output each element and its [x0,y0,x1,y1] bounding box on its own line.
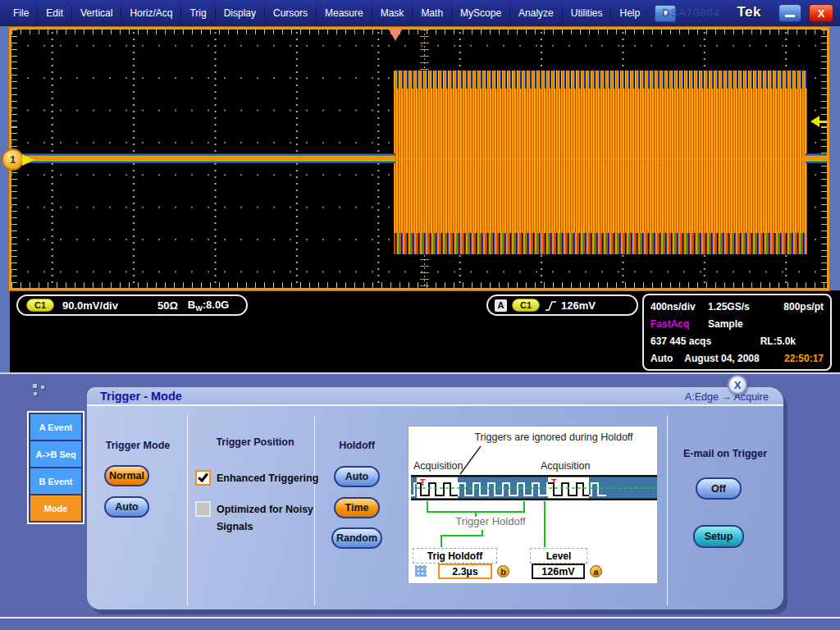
graticule [9,27,829,290]
tek-logo: Tek [737,4,761,21]
menu-item-help[interactable]: Help [611,6,648,21]
trigger-level-arrow-tail [819,121,828,123]
menu-item-edit[interactable]: Edit [38,6,72,21]
acquisition-label-left: Acquisition [413,460,463,472]
bw-sub: W [195,304,203,313]
trig-holdoff-field-label: Trig Holdoff [413,548,497,564]
svg-text:T: T [551,477,557,487]
tab-mode[interactable]: Mode [30,495,81,521]
minimize-icon [785,15,795,17]
channel1-marker-badge: 1 [2,148,24,171]
divider-3 [667,415,668,605]
enhanced-triggering-label: Enhanced Triggering [217,472,318,484]
close-icon: X [818,7,825,20]
trigger-mode-label: Trigger Mode [97,440,179,451]
resolution-value: 800ps/pt [783,301,824,313]
acq-count-row: 637 445 acqs RL:5.0k [651,336,824,347]
trigger-channel-badge[interactable]: C1 [512,299,540,312]
dialog-header: Trigger - Mode A:Edge → Acquire [87,387,783,406]
channel1-impedance: 50Ω [158,299,178,312]
trigger-position-marker[interactable] [389,30,402,41]
trigger-tab-sidebar: A Event A->B Seq B Event Mode [27,411,84,524]
close-button[interactable]: X [809,4,833,22]
email-on-trigger-label: E-mail on Trigger [673,448,778,459]
menu-item-trig[interactable]: Trig [181,6,215,21]
holdoff-waveform-strip: T T [411,475,657,500]
enhanced-triggering-checkbox[interactable] [195,470,211,486]
graticule-grid-area [11,30,827,288]
record-length: RL:5.0k [760,336,796,347]
sample-mode: Sample [708,318,743,330]
holdoff-diagram: Triggers are ignored during Holdoff Acqu… [408,426,658,584]
trigger-mode-status: Auto [651,353,673,364]
menu-item-cursors[interactable]: Cursors [265,6,317,21]
dialog-context-path: A:Edge → Acquire [685,391,769,403]
badge-b: b [497,565,509,578]
dialog-title: Trigger - Mode [100,390,182,403]
channel1-scale: 90.0mV/div [62,299,118,312]
trigger-position-label: Trigger Position [202,436,308,448]
acquisition-label-right: Acquisition [541,460,590,472]
channel1-badge[interactable]: C1 [26,299,54,312]
trigger-readout[interactable]: A C1 126mV [486,294,638,316]
menu-item-vertical[interactable]: Vertical [72,6,121,21]
tab-b-event[interactable]: B Event [30,468,81,494]
level-field-label: Level [530,548,587,564]
top-tick-ruler [11,30,827,34]
email-off-button[interactable]: Off [696,477,742,500]
dialog-close-icon: X [734,379,742,391]
menu-item-file[interactable]: File [5,6,38,21]
trig-holdoff-input[interactable]: 2.3µs [438,564,492,579]
ch1-burst-waveform [394,71,807,254]
panel-bottom-divider [0,617,840,619]
dialog-close-button[interactable]: X [728,375,747,395]
channel1-readout[interactable]: C1 90.0mV/div 50Ω BW:8.0G [16,294,248,316]
menu-item-math[interactable]: Math [413,6,452,21]
trigger-source-badge: A [495,299,507,312]
time-label: 22:50:17 [784,353,824,364]
trigger-mode-auto-button[interactable]: Auto [104,496,149,518]
channel1-marker-arrow-icon [22,154,34,166]
rising-edge-icon [544,299,558,312]
bottom-tick-ruler [11,282,827,288]
trigger-mode-normal-button[interactable]: Normal [104,465,149,486]
optimized-noisy-checkbox[interactable] [195,501,211,517]
holdoff-random-button[interactable]: Random [331,527,382,549]
menu-item-horiz-acq[interactable]: Horiz/Acq [121,6,181,21]
optimized-noisy-label-line1: Optimized for Noisy [217,504,313,515]
fastacq-status: FastAcq [651,318,708,330]
menu-item-myscope[interactable]: MyScope [452,6,510,21]
timebase-value: 400ns/div [651,301,708,313]
badge-a: a [590,565,602,578]
menu-item-display[interactable]: Display [216,6,265,21]
minimize-button[interactable] [778,4,801,22]
timebase-row: 400ns/div 1.25GS/s 800ps/pt [651,301,824,313]
center-horizontal-line [11,158,827,159]
display-right-margin [830,26,840,290]
keypad-icon[interactable] [415,565,427,577]
optimized-noisy-label-line2: Signals [217,521,253,532]
menu-item-mask[interactable]: Mask [372,6,413,21]
tab-a-to-b-seq[interactable]: A->B Seq [30,441,81,467]
level-input[interactable]: 126mV [532,564,585,579]
email-setup-button[interactable]: Setup [693,525,744,548]
menu-item-measure[interactable]: Measure [317,6,372,21]
menu-item-analyze[interactable]: Analyze [510,6,563,21]
acq-count: 637 445 acqs [651,336,711,347]
holdoff-auto-button[interactable]: Auto [334,466,380,487]
menu-bar: File Edit Vertical Horiz/Acq Trig Displa… [0,0,840,26]
tab-a-event[interactable]: A Event [30,414,81,440]
divider-2 [314,415,315,605]
sample-rate-value: 1.25GS/s [708,301,750,313]
channel1-position-marker[interactable]: 1 [2,148,34,171]
bw-prefix: B [188,299,195,311]
trigger-mode-dialog: Trigger - Mode A:Edge → Acquire Trigger … [87,387,783,609]
trigger-holdoff-bracket-label: Trigger Holdoff [441,515,540,527]
acq-mode-row: FastAcq Sample [651,318,824,330]
trigger-level-marker[interactable] [810,116,828,127]
menu-item-utilities[interactable]: Utilities [563,6,612,21]
holdoff-time-button[interactable]: Time [334,497,380,518]
date-label: August 04, 2008 [684,353,759,364]
status-row: Auto August 04, 2008 22:50:17 [651,353,824,364]
checkmark-icon [198,471,208,482]
